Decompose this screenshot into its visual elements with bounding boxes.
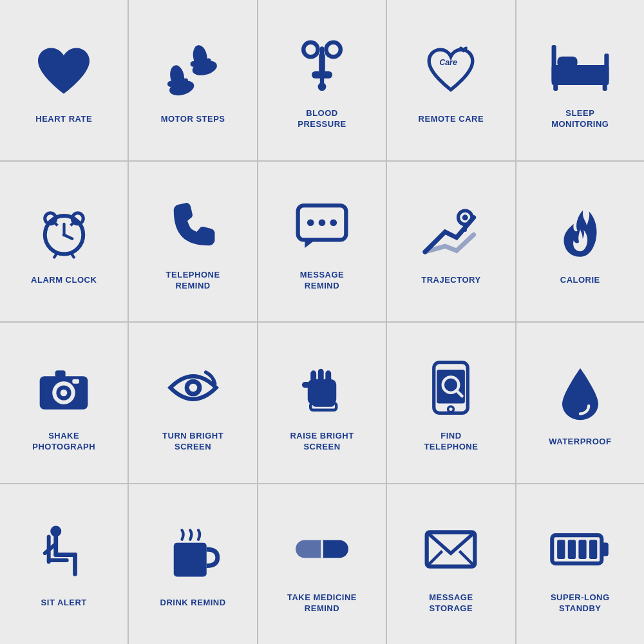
message-remind-label: MESSAGEREMIND (300, 270, 345, 292)
svg-point-40 (319, 219, 326, 226)
sit-alert-icon (28, 519, 99, 590)
cell-super-long-standby: SUPER-LONGSTANDBY (516, 484, 644, 645)
alarm-clock-label: ALARM CLOCK (31, 275, 97, 286)
svg-point-39 (307, 219, 314, 226)
svg-text:Care: Care (440, 58, 458, 67)
svg-rect-49 (55, 371, 66, 378)
heart-rate-label: HEART RATE (35, 114, 92, 125)
svg-line-77 (427, 551, 442, 567)
cell-alarm-clock: ALARM CLOCK (0, 162, 128, 322)
svg-rect-83 (578, 540, 586, 559)
cell-heart-rate: HEART RATE (0, 0, 128, 160)
svg-rect-57 (325, 371, 331, 383)
telephone-remind-label: TELEPHONEREMIND (166, 270, 220, 292)
motor-steps-label: MOTOR STEPS (161, 114, 225, 125)
turn-bright-screen-icon (158, 352, 229, 423)
svg-point-20 (318, 83, 327, 91)
svg-rect-24 (551, 45, 556, 82)
cell-raise-bright-screen: RAISE BRIGHTSCREEN (258, 323, 386, 483)
cell-take-medicine-remind: TAKE MEDICINEREMIND (258, 484, 386, 645)
remote-care-icon: Care (415, 35, 486, 106)
cell-message-storage: MESSAGESTORAGE (387, 484, 515, 645)
svg-rect-17 (319, 53, 325, 73)
sit-alert-label: SIT ALERT (41, 598, 87, 609)
svg-point-15 (326, 43, 340, 57)
svg-point-6 (183, 78, 187, 82)
blood-pressure-label: BLOODPRESSURE (298, 108, 346, 130)
svg-rect-23 (557, 57, 577, 68)
find-telephone-label: FINDTELEPHONE (424, 431, 478, 453)
raise-bright-screen-label: RAISE BRIGHTSCREEN (290, 431, 354, 453)
shake-photograph-label: SHAKEPHOTOGRAPH (32, 431, 95, 453)
svg-line-34 (53, 221, 57, 225)
cell-telephone-remind: TELEPHONEREMIND (129, 162, 256, 322)
cell-calorie: CALORIE (516, 162, 644, 322)
waterproof-icon (545, 358, 616, 429)
waterproof-label: WATERPROOF (549, 437, 611, 448)
remote-care-label: REMOTE CARE (419, 114, 484, 125)
calorie-label: CALORIE (560, 275, 600, 286)
svg-point-43 (462, 215, 468, 221)
svg-rect-25 (604, 54, 609, 82)
svg-point-14 (303, 43, 317, 57)
drink-remind-icon (158, 519, 229, 590)
svg-line-78 (460, 551, 475, 567)
svg-point-41 (330, 219, 337, 226)
cell-drink-remind: DRINK REMIND (129, 484, 256, 645)
cell-sit-alert: SIT ALERT (0, 484, 128, 645)
svg-rect-58 (302, 382, 310, 388)
sleep-monitoring-label: SLEEPMONITORING (551, 108, 609, 130)
svg-rect-50 (73, 379, 80, 384)
drink-remind-label: DRINK REMIND (160, 598, 226, 609)
cell-waterproof: WATERPROOF (516, 323, 644, 483)
svg-point-13 (206, 58, 211, 62)
heart-rate-icon (28, 35, 99, 106)
motor-steps-icon (158, 35, 229, 106)
trajectory-icon (415, 196, 486, 267)
svg-rect-56 (318, 369, 324, 382)
feature-grid: HEART RATE (0, 0, 644, 644)
cell-motor-steps: MOTOR STEPS (129, 0, 256, 160)
alarm-clock-icon (28, 196, 99, 267)
svg-rect-26 (553, 82, 558, 91)
svg-rect-27 (602, 82, 607, 91)
find-telephone-icon (415, 352, 486, 423)
svg-rect-81 (557, 540, 565, 559)
blood-pressure-icon (287, 30, 357, 100)
svg-point-52 (189, 384, 196, 392)
cell-turn-bright-screen: TURN BRIGHTSCREEN (129, 323, 256, 483)
take-medicine-remind-icon (287, 514, 357, 585)
message-remind-icon (287, 191, 357, 262)
svg-rect-84 (589, 540, 597, 559)
svg-rect-55 (310, 371, 316, 383)
cell-remote-care: Care REMOTE CARE (387, 0, 515, 160)
telephone-remind-icon (158, 191, 229, 262)
cell-sleep-monitoring: SLEEPMONITORING (516, 0, 644, 160)
super-long-standby-label: SUPER-LONGSTANDBY (551, 592, 610, 614)
svg-point-48 (61, 390, 68, 397)
svg-line-35 (70, 221, 75, 225)
turn-bright-screen-label: TURN BRIGHTSCREEN (162, 431, 223, 453)
sleep-monitoring-icon (545, 30, 616, 100)
svg-rect-82 (568, 540, 576, 559)
svg-rect-54 (308, 379, 336, 405)
trajectory-label: TRAJECTORY (421, 275, 480, 286)
cell-message-remind: MESSAGEREMIND (258, 162, 386, 322)
message-storage-label: MESSAGESTORAGE (429, 592, 473, 614)
cell-find-telephone: FINDTELEPHONE (387, 323, 515, 483)
shake-photograph-icon (28, 352, 99, 423)
super-long-standby-icon (545, 514, 616, 585)
svg-line-31 (64, 235, 72, 239)
cell-blood-pressure: BLOODPRESSURE (258, 0, 386, 160)
svg-point-65 (448, 406, 454, 412)
raise-bright-screen-icon (287, 352, 357, 423)
calorie-icon (545, 196, 616, 267)
message-storage-icon (415, 514, 486, 585)
take-medicine-remind-label: TAKE MEDICINEREMIND (287, 592, 357, 614)
cell-trajectory: TRAJECTORY (387, 162, 515, 322)
svg-rect-80 (601, 542, 609, 556)
cell-shake-photograph: SHAKEPHOTOGRAPH (0, 323, 128, 483)
svg-rect-73 (174, 543, 207, 577)
svg-rect-22 (551, 65, 609, 85)
svg-rect-62 (437, 370, 466, 404)
